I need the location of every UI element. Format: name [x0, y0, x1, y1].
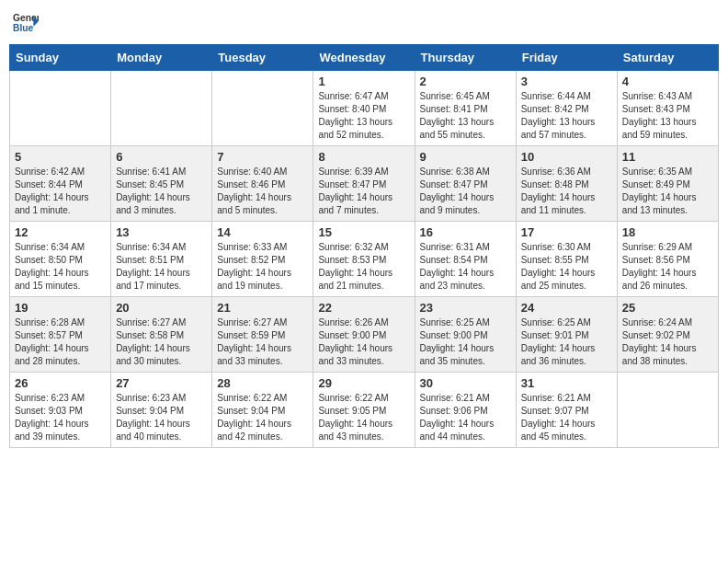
day-info: Sunrise: 6:22 AM Sunset: 9:05 PM Dayligh… — [318, 392, 409, 443]
day-info: Sunrise: 6:22 AM Sunset: 9:04 PM Dayligh… — [217, 392, 308, 443]
calendar-table: SundayMondayTuesdayWednesdayThursdayFrid… — [9, 44, 719, 448]
svg-text:Blue: Blue — [13, 23, 34, 33]
day-number: 29 — [318, 376, 409, 390]
calendar-cell: 10Sunrise: 6:36 AM Sunset: 8:48 PM Dayli… — [516, 146, 617, 222]
calendar-cell: 2Sunrise: 6:45 AM Sunset: 8:41 PM Daylig… — [415, 71, 516, 146]
calendar-cell: 27Sunrise: 6:23 AM Sunset: 9:04 PM Dayli… — [111, 373, 212, 448]
day-number: 5 — [15, 150, 106, 164]
day-number: 20 — [116, 301, 207, 315]
day-info: Sunrise: 6:23 AM Sunset: 9:04 PM Dayligh… — [116, 392, 207, 443]
calendar-cell: 8Sunrise: 6:39 AM Sunset: 8:47 PM Daylig… — [313, 146, 415, 222]
week-row-2: 5Sunrise: 6:42 AM Sunset: 8:44 PM Daylig… — [10, 146, 719, 222]
day-number: 16 — [420, 225, 511, 239]
weekday-header-tuesday: Tuesday — [212, 45, 313, 71]
calendar-cell: 16Sunrise: 6:31 AM Sunset: 8:54 PM Dayli… — [415, 222, 516, 297]
weekday-header-wednesday: Wednesday — [313, 45, 415, 71]
day-number: 26 — [15, 376, 106, 390]
day-info: Sunrise: 6:21 AM Sunset: 9:06 PM Dayligh… — [420, 392, 511, 443]
day-number: 1 — [318, 75, 409, 88]
day-info: Sunrise: 6:31 AM Sunset: 8:54 PM Dayligh… — [420, 241, 511, 293]
calendar-cell — [111, 71, 212, 146]
day-number: 8 — [318, 150, 409, 164]
calendar-cell: 15Sunrise: 6:32 AM Sunset: 8:53 PM Dayli… — [313, 222, 415, 297]
calendar-cell: 20Sunrise: 6:27 AM Sunset: 8:58 PM Dayli… — [111, 297, 212, 373]
day-info: Sunrise: 6:28 AM Sunset: 8:57 PM Dayligh… — [15, 316, 106, 368]
calendar-cell — [617, 373, 718, 448]
day-number: 21 — [217, 301, 308, 315]
calendar-cell: 23Sunrise: 6:25 AM Sunset: 9:00 PM Dayli… — [415, 297, 516, 373]
weekday-header-thursday: Thursday — [415, 45, 516, 71]
calendar-cell: 25Sunrise: 6:24 AM Sunset: 9:02 PM Dayli… — [617, 297, 718, 373]
calendar-cell: 11Sunrise: 6:35 AM Sunset: 8:49 PM Dayli… — [617, 146, 718, 222]
week-row-1: 1Sunrise: 6:47 AM Sunset: 8:40 PM Daylig… — [10, 71, 719, 146]
day-number: 22 — [318, 301, 409, 315]
day-info: Sunrise: 6:25 AM Sunset: 9:00 PM Dayligh… — [420, 316, 511, 368]
calendar-cell: 7Sunrise: 6:40 AM Sunset: 8:46 PM Daylig… — [212, 146, 313, 222]
day-number: 3 — [521, 75, 612, 88]
day-info: Sunrise: 6:26 AM Sunset: 9:00 PM Dayligh… — [318, 316, 409, 368]
weekday-header-sunday: Sunday — [10, 45, 111, 71]
calendar-cell: 4Sunrise: 6:43 AM Sunset: 8:43 PM Daylig… — [617, 71, 718, 146]
day-number: 13 — [116, 225, 207, 239]
day-number: 31 — [521, 376, 612, 390]
day-number: 10 — [521, 150, 612, 164]
calendar-cell — [212, 71, 313, 146]
day-number: 4 — [622, 75, 713, 88]
calendar-cell: 30Sunrise: 6:21 AM Sunset: 9:06 PM Dayli… — [415, 373, 516, 448]
day-number: 27 — [116, 376, 207, 390]
day-info: Sunrise: 6:41 AM Sunset: 8:45 PM Dayligh… — [116, 166, 207, 217]
day-number: 17 — [521, 225, 612, 239]
day-number: 23 — [420, 301, 511, 315]
day-info: Sunrise: 6:23 AM Sunset: 9:03 PM Dayligh… — [15, 392, 106, 443]
day-info: Sunrise: 6:32 AM Sunset: 8:53 PM Dayligh… — [318, 241, 409, 293]
day-info: Sunrise: 6:27 AM Sunset: 8:59 PM Dayligh… — [217, 316, 308, 368]
calendar-cell: 22Sunrise: 6:26 AM Sunset: 9:00 PM Dayli… — [313, 297, 415, 373]
day-info: Sunrise: 6:44 AM Sunset: 8:42 PM Dayligh… — [521, 90, 612, 142]
day-number: 11 — [622, 150, 713, 164]
logo: General Blue — [13, 9, 39, 39]
calendar-cell: 13Sunrise: 6:34 AM Sunset: 8:51 PM Dayli… — [111, 222, 212, 297]
logo-icon: General Blue — [13, 9, 39, 35]
day-number: 2 — [420, 75, 511, 88]
week-row-4: 19Sunrise: 6:28 AM Sunset: 8:57 PM Dayli… — [10, 297, 719, 373]
day-number: 24 — [521, 301, 612, 315]
calendar-cell: 29Sunrise: 6:22 AM Sunset: 9:05 PM Dayli… — [313, 373, 415, 448]
calendar-cell: 1Sunrise: 6:47 AM Sunset: 8:40 PM Daylig… — [313, 71, 415, 146]
day-info: Sunrise: 6:27 AM Sunset: 8:58 PM Dayligh… — [116, 316, 207, 368]
calendar-cell: 24Sunrise: 6:25 AM Sunset: 9:01 PM Dayli… — [516, 297, 617, 373]
calendar-cell: 26Sunrise: 6:23 AM Sunset: 9:03 PM Dayli… — [10, 373, 111, 448]
day-number: 28 — [217, 376, 308, 390]
day-info: Sunrise: 6:30 AM Sunset: 8:55 PM Dayligh… — [521, 241, 612, 293]
day-info: Sunrise: 6:43 AM Sunset: 8:43 PM Dayligh… — [622, 90, 713, 142]
day-number: 14 — [217, 225, 308, 239]
calendar-cell: 3Sunrise: 6:44 AM Sunset: 8:42 PM Daylig… — [516, 71, 617, 146]
weekday-header-friday: Friday — [516, 45, 617, 71]
day-info: Sunrise: 6:35 AM Sunset: 8:49 PM Dayligh… — [622, 166, 713, 217]
calendar-cell: 6Sunrise: 6:41 AM Sunset: 8:45 PM Daylig… — [111, 146, 212, 222]
calendar-cell: 21Sunrise: 6:27 AM Sunset: 8:59 PM Dayli… — [212, 297, 313, 373]
day-info: Sunrise: 6:21 AM Sunset: 9:07 PM Dayligh… — [521, 392, 612, 443]
calendar-cell: 5Sunrise: 6:42 AM Sunset: 8:44 PM Daylig… — [10, 146, 111, 222]
day-info: Sunrise: 6:29 AM Sunset: 8:56 PM Dayligh… — [622, 241, 713, 293]
calendar-cell: 17Sunrise: 6:30 AM Sunset: 8:55 PM Dayli… — [516, 222, 617, 297]
day-number: 6 — [116, 150, 207, 164]
week-row-3: 12Sunrise: 6:34 AM Sunset: 8:50 PM Dayli… — [10, 222, 719, 297]
week-row-5: 26Sunrise: 6:23 AM Sunset: 9:03 PM Dayli… — [10, 373, 719, 448]
calendar-cell: 18Sunrise: 6:29 AM Sunset: 8:56 PM Dayli… — [617, 222, 718, 297]
day-info: Sunrise: 6:45 AM Sunset: 8:41 PM Dayligh… — [420, 90, 511, 142]
day-number: 7 — [217, 150, 308, 164]
day-number: 15 — [318, 225, 409, 239]
day-info: Sunrise: 6:33 AM Sunset: 8:52 PM Dayligh… — [217, 241, 308, 293]
calendar-cell: 14Sunrise: 6:33 AM Sunset: 8:52 PM Dayli… — [212, 222, 313, 297]
weekday-header-monday: Monday — [111, 45, 212, 71]
weekday-header-saturday: Saturday — [617, 45, 718, 71]
day-number: 19 — [15, 301, 106, 315]
weekday-header-row: SundayMondayTuesdayWednesdayThursdayFrid… — [10, 45, 719, 71]
day-info: Sunrise: 6:38 AM Sunset: 8:47 PM Dayligh… — [420, 166, 511, 217]
day-number: 25 — [622, 301, 713, 315]
day-info: Sunrise: 6:39 AM Sunset: 8:47 PM Dayligh… — [318, 166, 409, 217]
day-info: Sunrise: 6:34 AM Sunset: 8:51 PM Dayligh… — [116, 241, 207, 293]
day-number: 18 — [622, 225, 713, 239]
calendar-cell: 28Sunrise: 6:22 AM Sunset: 9:04 PM Dayli… — [212, 373, 313, 448]
day-info: Sunrise: 6:24 AM Sunset: 9:02 PM Dayligh… — [622, 316, 713, 368]
